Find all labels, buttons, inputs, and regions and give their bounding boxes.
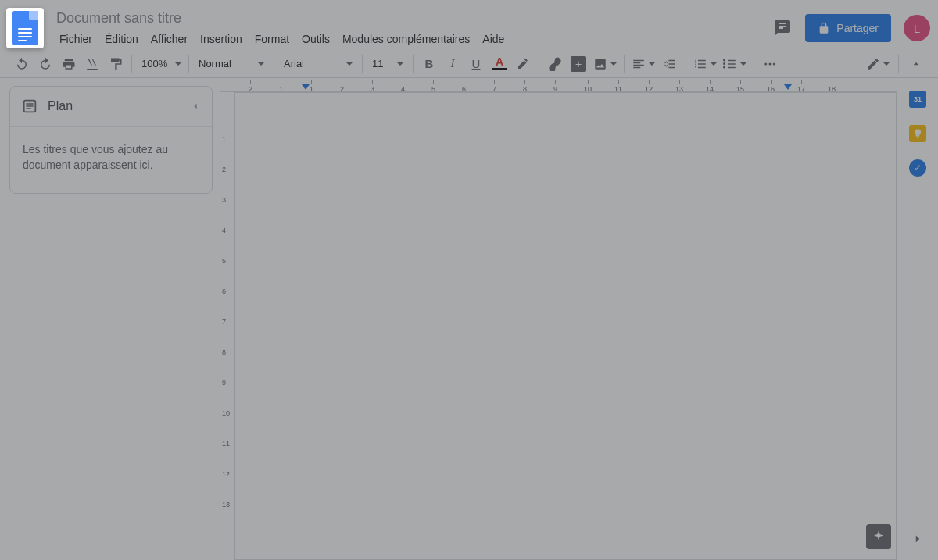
ruler-tick: 13 <box>675 80 683 93</box>
text-color-icon: A <box>496 58 503 66</box>
menubar: Fichier Édition Afficher Insertion Forma… <box>53 30 510 48</box>
tasks-app-button[interactable] <box>909 159 926 177</box>
numbered-list-button[interactable] <box>691 53 719 75</box>
add-comment-icon: + <box>571 56 586 72</box>
pencil-icon <box>866 57 880 71</box>
svg-point-2 <box>773 62 775 65</box>
share-button-label: Partager <box>836 22 879 34</box>
document-title[interactable]: Document sans titre <box>53 9 510 28</box>
ruler-tick: 14 <box>706 80 714 93</box>
add-comment-button[interactable]: + <box>567 53 589 75</box>
print-button[interactable] <box>58 53 80 75</box>
line-spacing-icon <box>663 57 677 71</box>
outline-icon <box>21 98 38 115</box>
text-color-button[interactable]: A <box>489 53 510 75</box>
italic-button[interactable]: I <box>442 53 464 75</box>
spellcheck-icon <box>85 57 99 71</box>
chevron-right-icon <box>911 532 925 546</box>
zoom-value: 100% <box>141 58 167 70</box>
align-left-icon <box>632 57 646 71</box>
outline-panel: Plan Les titres que vous ajoutez au docu… <box>0 78 220 560</box>
ruler-tick: 13 <box>222 501 230 508</box>
chevron-left-icon <box>190 101 201 112</box>
menu-help[interactable]: Aide <box>476 30 510 48</box>
ruler-tick: 17 <box>797 80 805 93</box>
ruler-tick: 12 <box>222 470 230 478</box>
font-value: Arial <box>284 58 304 70</box>
explore-icon <box>872 530 886 544</box>
docs-home-button[interactable] <box>6 8 44 48</box>
document-canvas[interactable]: 21123456789101112131415161718 1234567891… <box>220 78 897 560</box>
align-button[interactable] <box>629 53 657 75</box>
lock-icon <box>818 22 830 34</box>
ruler-tick: 15 <box>736 80 744 93</box>
ruler-tick: 1 <box>279 80 283 93</box>
menu-addons[interactable]: Modules complémentaires <box>336 30 476 48</box>
highlight-button[interactable] <box>512 53 534 75</box>
keep-app-button[interactable] <box>909 125 926 142</box>
font-size-dropdown[interactable]: 11 <box>367 53 408 75</box>
underline-icon: U <box>472 57 481 70</box>
chevron-up-icon <box>910 58 922 70</box>
side-panel-toggle[interactable] <box>911 532 925 546</box>
insert-image-button[interactable] <box>591 53 619 75</box>
header: Document sans titre Fichier Édition Affi… <box>0 0 938 50</box>
font-family-dropdown[interactable]: Arial <box>279 53 357 75</box>
undo-button[interactable] <box>11 53 33 75</box>
vertical-ruler[interactable]: 12345678910111213 <box>220 92 234 560</box>
ruler-tick: 16 <box>767 80 775 93</box>
line-spacing-button[interactable] <box>659 53 681 75</box>
docs-logo-icon <box>12 11 38 45</box>
outline-title: Plan <box>48 99 181 113</box>
redo-icon <box>38 57 52 71</box>
chat-icon <box>773 19 792 37</box>
bold-button[interactable]: B <box>418 53 440 75</box>
redo-button[interactable] <box>34 53 56 75</box>
keep-icon <box>912 128 923 139</box>
text-color-swatch <box>492 68 507 70</box>
collapse-toolbar-button[interactable] <box>905 53 927 75</box>
more-button[interactable] <box>759 53 781 75</box>
ruler-tick: 4 <box>222 226 226 234</box>
more-horiz-icon <box>763 57 777 71</box>
ruler-tick: 11 <box>222 440 230 448</box>
outline-empty-message: Les titres que vous ajoutez au document … <box>10 127 212 193</box>
outline-collapse-button[interactable] <box>190 101 201 112</box>
undo-icon <box>15 57 29 71</box>
menu-edit[interactable]: Édition <box>98 30 145 48</box>
ruler-tick: 1 <box>222 135 226 143</box>
zoom-dropdown[interactable]: 100% <box>137 53 184 75</box>
menu-tools[interactable]: Outils <box>295 30 336 48</box>
bulleted-list-button[interactable] <box>721 53 749 75</box>
editing-mode-button[interactable] <box>864 53 892 75</box>
spellcheck-button[interactable] <box>81 53 103 75</box>
toolbar: 100% Normal Arial 11 B I U A + <box>0 50 938 78</box>
ruler-tick: 6 <box>462 80 466 93</box>
left-indent-marker[interactable] <box>302 84 310 90</box>
underline-button[interactable]: U <box>465 53 487 75</box>
calendar-icon: 31 <box>914 95 922 103</box>
menu-format[interactable]: Format <box>249 30 295 48</box>
share-button[interactable]: Partager <box>805 14 891 42</box>
paragraph-style-dropdown[interactable]: Normal <box>194 53 269 75</box>
explore-button[interactable] <box>866 524 891 549</box>
image-icon <box>593 57 607 71</box>
menu-insert[interactable]: Insertion <box>194 30 249 48</box>
ruler-tick: 7 <box>492 80 496 93</box>
paint-format-button[interactable] <box>105 53 127 75</box>
ruler-tick: 6 <box>222 287 226 295</box>
menu-view[interactable]: Afficher <box>145 30 194 48</box>
svg-point-0 <box>764 62 767 65</box>
horizontal-ruler[interactable]: 21123456789101112131415161718 <box>220 78 897 92</box>
comments-history-button[interactable] <box>768 13 797 43</box>
account-avatar[interactable]: L <box>904 15 930 41</box>
document-page[interactable] <box>234 92 897 560</box>
insert-link-button[interactable] <box>544 53 566 75</box>
ruler-tick: 5 <box>431 80 435 93</box>
ruler-tick: 2 <box>222 166 226 173</box>
menu-file[interactable]: Fichier <box>53 30 98 48</box>
style-value: Normal <box>199 58 231 70</box>
right-indent-marker[interactable] <box>784 84 792 90</box>
calendar-app-button[interactable]: 31 <box>909 91 926 108</box>
ruler-tick: 4 <box>401 80 405 93</box>
